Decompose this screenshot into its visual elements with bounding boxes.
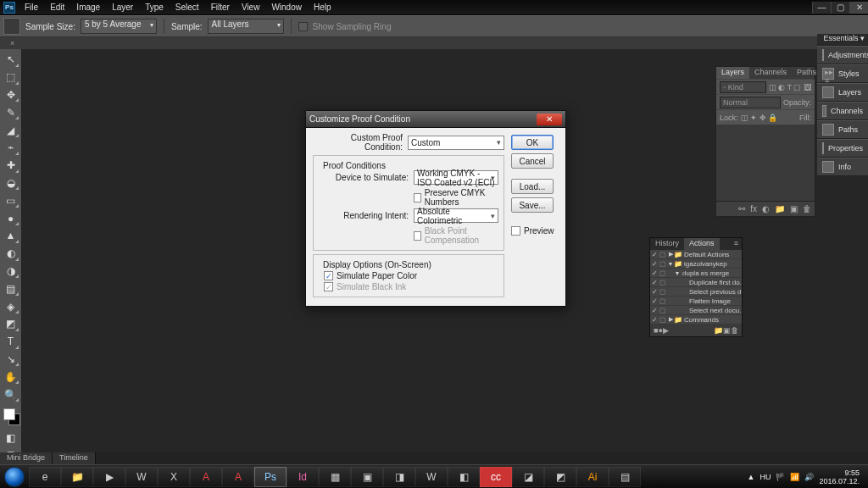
maximize-button[interactable]: ▢ <box>831 2 849 14</box>
minimize-button[interactable]: — <box>812 2 831 14</box>
close-button[interactable]: ✕ <box>849 2 868 14</box>
action-row[interactable]: ✓▢Select next docu... <box>650 306 742 315</box>
custom-condition-select[interactable]: Custom <box>408 136 504 150</box>
tab-layers[interactable]: Layers <box>716 67 749 79</box>
delete-action-icon[interactable]: 🗑 <box>731 326 738 335</box>
tool-7[interactable]: ◒ <box>2 175 19 191</box>
new-layer-icon[interactable]: ▣ <box>790 204 798 214</box>
menu-edit[interactable]: Edit <box>44 1 70 14</box>
menu-file[interactable]: File <box>19 1 44 14</box>
sample-layers-select[interactable]: All Layers <box>208 19 284 34</box>
taskbar-illustrator[interactable]: Ai <box>576 467 609 487</box>
preserve-cmyk-check[interactable] <box>414 193 421 202</box>
device-simulate-select[interactable]: Working CMYK - ISO Coated v2 (ECI) <box>414 170 498 185</box>
menu-layer[interactable]: Layer <box>106 1 139 14</box>
tray-volume-icon[interactable]: 🔊 <box>804 473 814 481</box>
layers-list[interactable] <box>716 125 815 201</box>
taskbar-explorer[interactable]: 📁 <box>61 467 93 487</box>
load-button[interactable]: Load... <box>511 179 554 194</box>
sample-size-select[interactable]: 5 by 5 Average <box>81 19 157 34</box>
taskbar-app5[interactable]: ◧ <box>448 467 480 487</box>
tool-4[interactable]: ◢ <box>2 122 19 138</box>
tab-paths[interactable]: Paths <box>792 67 821 79</box>
tool-16[interactable]: T <box>2 334 19 350</box>
menu-type[interactable]: Type <box>139 1 170 14</box>
taskbar-app8[interactable]: ◩ <box>544 467 576 487</box>
preview-check[interactable] <box>511 226 520 236</box>
blend-mode-select[interactable]: Normal <box>720 97 781 108</box>
taskbar-app2[interactable]: ▣ <box>351 467 383 487</box>
actions-panel-menu[interactable]: ≡ <box>731 238 742 250</box>
new-set-icon[interactable]: 📁 <box>714 326 723 335</box>
panel-info[interactable]: Info <box>817 158 868 176</box>
taskbar-app4[interactable]: W <box>415 467 448 487</box>
tool-9[interactable]: ● <box>2 210 19 226</box>
cancel-button[interactable]: Cancel <box>511 153 554 169</box>
ok-button[interactable]: OK <box>511 135 554 150</box>
menu-view[interactable]: View <box>236 1 266 14</box>
taskbar-indesign[interactable]: Id <box>287 467 319 487</box>
new-action-icon[interactable]: ▣ <box>723 326 731 335</box>
tool-5[interactable]: ⌁ <box>2 140 19 156</box>
tab-timeline[interactable]: Timeline <box>53 452 96 464</box>
taskbar-word[interactable]: W <box>125 467 158 487</box>
delete-layer-icon[interactable]: 🗑 <box>803 204 811 214</box>
tool-18[interactable]: ✋ <box>2 369 19 385</box>
taskbar-acrobat[interactable]: A <box>190 467 222 487</box>
action-row[interactable]: ✓▢▶📁Commands <box>650 315 742 324</box>
tray-lang[interactable]: HU <box>760 473 771 481</box>
taskbar-app6[interactable]: cc <box>480 467 512 487</box>
panel-properties[interactable]: Properties <box>817 139 868 158</box>
play-action-icon[interactable]: ▶ <box>663 326 669 335</box>
tab-history[interactable]: History <box>650 238 684 250</box>
dialog-close-button[interactable]: ✕ <box>537 114 562 125</box>
simulate-paper-check[interactable]: ✓ <box>324 271 333 280</box>
taskbar-app9[interactable]: ▤ <box>609 467 641 487</box>
quickmask-icon[interactable]: ◧ <box>2 430 19 446</box>
tool-preset-icon[interactable] <box>3 18 20 35</box>
taskbar-excel[interactable]: X <box>158 467 190 487</box>
layer-filter-select[interactable]: ◦ Kind <box>720 81 766 93</box>
action-row[interactable]: ✓▢Select previous d... <box>650 287 742 297</box>
panel-layers[interactable]: Layers <box>817 83 868 102</box>
tool-3[interactable]: ✎ <box>2 104 19 120</box>
tray-clock[interactable]: 9:55 2016.07.12. <box>819 469 860 485</box>
tool-2[interactable]: ✥ <box>2 87 19 103</box>
link-layers-icon[interactable]: ⚯ <box>738 204 745 214</box>
panel-paths[interactable]: Paths <box>817 120 868 139</box>
tray-network-icon[interactable]: 📶 <box>790 473 799 481</box>
tool-15[interactable]: ◩ <box>2 316 19 332</box>
menu-select[interactable]: Select <box>170 1 205 14</box>
action-row[interactable]: ✓▢▶📁Default Actions <box>650 250 742 259</box>
tool-10[interactable]: ▲ <box>2 228 19 244</box>
save-button[interactable]: Save... <box>511 197 554 213</box>
tool-19[interactable]: 🔍 <box>2 386 19 402</box>
rendering-intent-select[interactable]: Absolute Colorimetric <box>414 208 498 223</box>
taskbar-reader[interactable]: A <box>222 467 254 487</box>
taskbar-app3[interactable]: ◨ <box>383 467 415 487</box>
menu-filter[interactable]: Filter <box>205 1 236 14</box>
show-sampling-ring-check[interactable] <box>298 22 308 31</box>
taskbar-media[interactable]: ▶ <box>93 467 125 487</box>
tray-flag-icon[interactable]: 🏴 <box>776 473 785 481</box>
tool-6[interactable]: ✚ <box>2 158 19 174</box>
close-document-tab[interactable]: × <box>10 39 14 47</box>
menu-window[interactable]: Window <box>265 1 308 14</box>
action-row[interactable]: ✓▢▼dupla es merge <box>650 269 742 278</box>
foreground-swatch[interactable] <box>3 408 15 420</box>
panel-channels[interactable]: Channels <box>817 102 868 120</box>
tab-channels[interactable]: Channels <box>749 67 792 79</box>
tool-13[interactable]: ▤ <box>2 280 19 297</box>
workspace-switcher[interactable]: Essentials ▾ <box>817 34 868 46</box>
action-row[interactable]: ✓▢Duplicate first do... <box>650 278 742 287</box>
tool-14[interactable]: ◈ <box>2 298 19 314</box>
menu-image[interactable]: Image <box>70 1 106 14</box>
taskbar-photoshop[interactable]: Ps <box>254 467 287 487</box>
tab-mini-bridge[interactable]: Mini Bridge <box>0 452 53 464</box>
mask-icon[interactable]: ◐ <box>762 204 770 214</box>
menu-help[interactable]: Help <box>308 1 337 14</box>
tool-17[interactable]: ↘ <box>2 352 19 368</box>
fx-icon[interactable]: fx <box>750 204 757 214</box>
taskbar-app7[interactable]: ◪ <box>512 467 544 487</box>
layers-panel-menu[interactable]: ▸▸ ≡ <box>821 67 837 79</box>
